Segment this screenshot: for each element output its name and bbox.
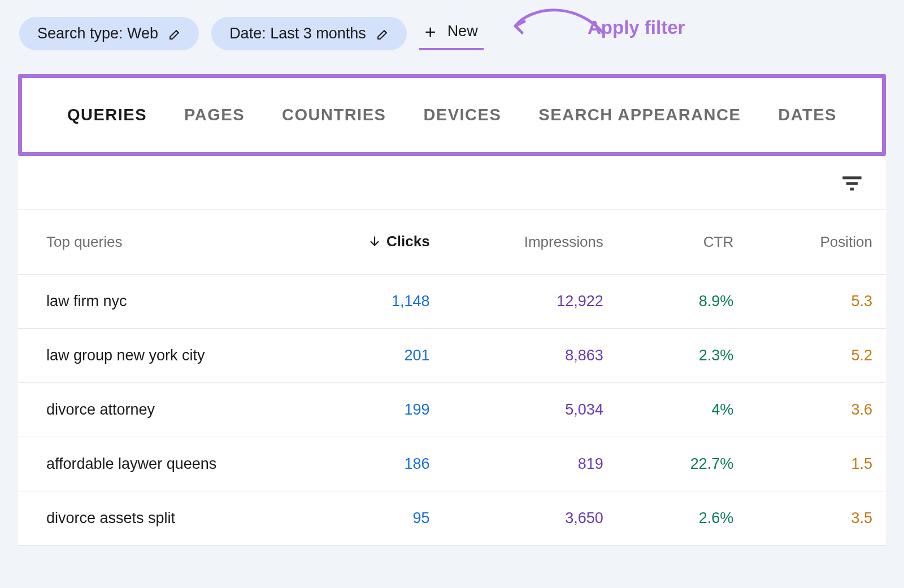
column-header-ctr[interactable]: CTR — [617, 210, 747, 274]
cell-query: divorce attorney — [18, 382, 322, 437]
cell-impressions: 3,650 — [444, 491, 617, 545]
table-row[interactable]: divorce attorney1995,0344%3.6 — [18, 382, 886, 437]
tab-queries[interactable]: QUERIES — [67, 106, 147, 124]
column-header-clicks-label: Clicks — [386, 233, 430, 250]
date-range-label: Date: Last 3 months — [229, 25, 366, 42]
cell-impressions: 819 — [444, 437, 617, 491]
column-header-impressions-label: Impressions — [524, 233, 603, 250]
table-row[interactable]: affordable laywer queens18681922.7%1.5 — [18, 437, 886, 491]
cell-position: 3.5 — [747, 491, 886, 545]
table-toolbar — [18, 156, 886, 210]
cell-query: divorce assets split — [18, 491, 322, 545]
column-header-ctr-label: CTR — [703, 233, 733, 250]
table-header-row: Top queries Clicks Impressions — [18, 210, 886, 274]
cell-query: law firm nyc — [18, 274, 322, 328]
performance-table-panel: Top queries Clicks Impressions — [18, 156, 886, 546]
svg-rect-0 — [842, 176, 861, 179]
sort-descending-icon — [368, 234, 381, 251]
queries-table: Top queries Clicks Impressions — [18, 210, 886, 546]
column-header-clicks[interactable]: Clicks — [322, 210, 444, 274]
table-row[interactable]: law firm nyc1,14812,9228.9%5.3 — [18, 274, 886, 328]
tab-search-appearance[interactable]: SEARCH APPEARANCE — [538, 106, 741, 124]
cell-clicks: 201 — [322, 328, 444, 382]
cell-position: 5.2 — [747, 328, 886, 382]
cell-clicks: 1,148 — [322, 274, 444, 328]
svg-rect-1 — [846, 182, 858, 185]
cell-ctr: 4% — [617, 382, 747, 437]
table-row[interactable]: divorce assets split953,6502.6%3.5 — [18, 491, 886, 545]
cell-ctr: 2.6% — [617, 491, 747, 545]
column-header-position[interactable]: Position — [747, 210, 886, 274]
cell-position: 3.6 — [747, 382, 886, 437]
cell-impressions: 5,034 — [444, 382, 617, 437]
filter-icon[interactable] — [841, 172, 863, 194]
date-range-chip[interactable]: Date: Last 3 months — [211, 17, 407, 50]
cell-clicks: 186 — [322, 437, 444, 491]
search-type-chip[interactable]: Search type: Web — [19, 17, 199, 50]
svg-rect-2 — [850, 188, 854, 190]
cell-query: law group new york city — [18, 328, 322, 382]
filter-chip-row: Search type: Web Date: Last 3 months + N… — [18, 11, 886, 64]
cell-impressions: 12,922 — [444, 274, 617, 328]
table-row[interactable]: law group new york city2018,8632.3%5.2 — [18, 328, 886, 382]
column-header-position-label: Position — [820, 233, 873, 250]
new-filter-label: New — [447, 23, 478, 40]
plus-icon: + — [425, 22, 436, 41]
cell-impressions: 8,863 — [444, 328, 617, 382]
new-filter-button[interactable]: + New — [419, 18, 484, 50]
column-header-query-label: Top queries — [46, 233, 122, 250]
cell-ctr: 8.9% — [617, 274, 747, 328]
cell-clicks: 199 — [322, 382, 444, 437]
tab-pages[interactable]: PAGES — [184, 106, 245, 124]
column-header-impressions[interactable]: Impressions — [444, 210, 617, 274]
tab-dates[interactable]: DATES — [778, 106, 837, 124]
tab-countries[interactable]: COUNTRIES — [282, 106, 386, 124]
pencil-icon — [376, 27, 390, 41]
pencil-icon — [168, 27, 182, 41]
cell-ctr: 2.3% — [617, 328, 747, 382]
dimension-tabs-panel: QUERIESPAGESCOUNTRIESDEVICESSEARCH APPEA… — [18, 74, 886, 156]
column-header-query[interactable]: Top queries — [18, 210, 322, 274]
tab-devices[interactable]: DEVICES — [423, 106, 501, 124]
cell-position: 1.5 — [747, 437, 886, 491]
cell-ctr: 22.7% — [617, 437, 747, 491]
cell-position: 5.3 — [747, 274, 886, 328]
cell-query: affordable laywer queens — [18, 437, 322, 491]
search-type-label: Search type: Web — [37, 25, 158, 42]
cell-clicks: 95 — [322, 491, 444, 545]
